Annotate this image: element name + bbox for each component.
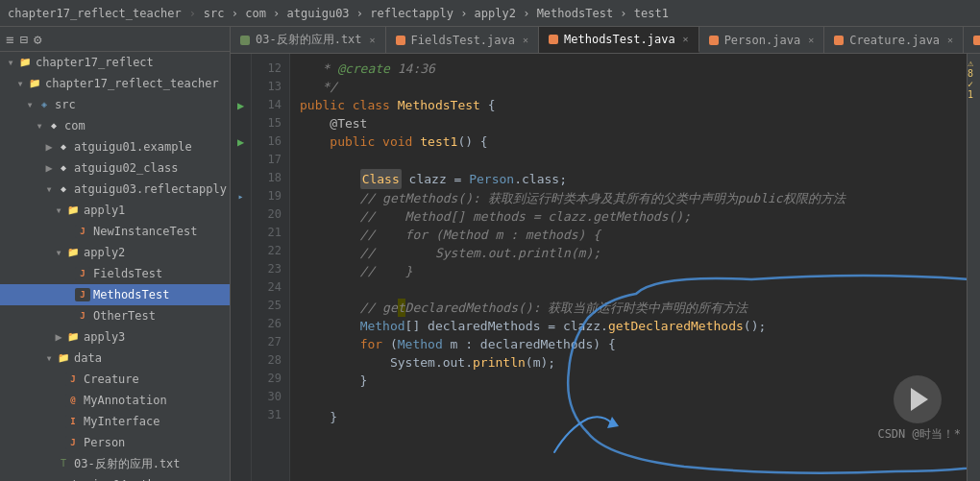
sidebar-item-creature[interactable]: J Creature <box>0 369 230 390</box>
java-icon: @ <box>65 394 81 407</box>
editor-content: ▶ ▶ ▸ 12 13 <box>231 54 980 481</box>
tab-fieldstest[interactable]: FieldsTest.java ✕ <box>386 27 539 53</box>
code-line-28: System.out.println(m); <box>300 353 957 372</box>
pkg-icon: ◆ <box>56 182 71 196</box>
folder-icon: 📁 <box>27 77 42 90</box>
code-area[interactable]: * @create 14:36 */ public class MethodsT… <box>290 54 967 481</box>
right-gutter: ⚠ 8 ✓ 1 <box>967 54 980 481</box>
code-line-13: */ <box>300 78 957 96</box>
sidebar-item-atguigu03[interactable]: ▾ ◆ atguigu03.reflectapply <box>0 179 230 200</box>
tab-methodstest[interactable]: MethodsTest.java ✕ <box>539 27 699 53</box>
code-line-16: public void test1() { <box>300 132 957 151</box>
sidebar-item-src[interactable]: ▾ ◈ src <box>0 94 230 115</box>
gutter-31 <box>231 406 251 424</box>
code-line-23: // } <box>300 262 957 280</box>
sidebar-item-apply2[interactable]: ▾ 📁 apply2 <box>0 242 230 263</box>
code-line-17 <box>300 151 957 169</box>
sidebar-item-newinstancetest[interactable]: J NewInstanceTest <box>0 221 230 242</box>
gutter-16-run[interactable]: ▶ <box>231 132 251 151</box>
java-icon: I <box>65 415 81 428</box>
close-icon[interactable]: ✕ <box>808 35 814 45</box>
sidebar-item-methodstest[interactable]: J MethodsTest <box>0 284 230 305</box>
code-line-26: Method[] declaredMethods = clazz.getDecl… <box>300 317 957 335</box>
sidebar-item-person[interactable]: J Person <box>0 432 230 453</box>
gutter-area: ▶ ▶ ▸ <box>231 54 252 481</box>
pkg-icon: ◆ <box>56 140 71 154</box>
gutter-17 <box>231 151 251 169</box>
sidebar-item-myinterface[interactable]: I MyInterface <box>0 411 230 432</box>
close-icon[interactable]: ✕ <box>370 35 376 45</box>
gutter-23 <box>231 260 251 278</box>
gutter-30 <box>231 388 251 406</box>
code-line-18: Class clazz = Person.class; <box>300 169 957 189</box>
gutter-24 <box>231 278 251 297</box>
java-icon: J <box>65 373 81 386</box>
gutter-27 <box>231 333 251 351</box>
code-line-15: @Test <box>300 114 957 132</box>
gutter-28 <box>231 351 251 370</box>
sidebar-item-atguigu04[interactable]: ▶ ◆ atguigu04.other <box>0 474 230 481</box>
code-line-25: // getDeclaredMethods(): 获取当前运行时类中声明的所有方… <box>300 299 957 317</box>
java-file-icon <box>396 36 405 45</box>
code-line-14: public class MethodsTest { <box>300 96 957 114</box>
java-file-icon <box>834 36 844 45</box>
sidebar-item-apply1[interactable]: ▾ 📁 apply1 <box>0 200 230 221</box>
java-file-icon <box>973 36 980 45</box>
sidebar-item-atguigu01[interactable]: ▶ ◆ atguigu01.example <box>0 136 230 157</box>
code-line-27: for (Method m : declaredMethods) { <box>300 335 957 353</box>
bookmark-icon: ▸ <box>237 191 243 202</box>
sidebar-item-txt[interactable]: T 03-反射的应用.txt <box>0 453 230 474</box>
editor-tabs: 03-反射的应用.txt ✕ FieldsTest.java ✕ Methods… <box>231 27 980 54</box>
sidebar-item-chapter17-reflect-teacher[interactable]: ▾ 📁 chapter17_reflect_teacher <box>0 73 230 94</box>
sidebar-item-atguigu02[interactable]: ▶ ◆ atguigu02_class <box>0 157 230 179</box>
code-line-12: * @create 14:36 <box>300 60 957 78</box>
play-triangle-icon <box>911 388 928 411</box>
sidebar-item-myannotation[interactable]: @ MyAnnotation <box>0 390 230 411</box>
expand-all-icon[interactable]: ≡ <box>6 32 13 47</box>
gutter-25 <box>231 297 251 315</box>
pkg-icon: ◆ <box>46 119 61 132</box>
sidebar-item-chapter17-reflect[interactable]: ▾ 📁 chapter17_reflect <box>0 52 230 73</box>
watermark: CSDN @时当！* <box>877 426 961 443</box>
play-button[interactable] <box>894 375 942 423</box>
tab-creature[interactable]: Creature.java ✕ <box>824 27 964 53</box>
java-icon: J <box>75 225 90 238</box>
code-line-30 <box>300 390 957 408</box>
folder-icon: 📁 <box>56 351 71 365</box>
code-line-19: // getMethods(): 获取到运行时类本身及其所有的父类中声明为pub… <box>300 189 957 207</box>
java-icon: J <box>75 288 90 301</box>
title-segments: src › com › atguigu03 › reflectapply › a… <box>204 7 669 20</box>
sidebar-item-data[interactable]: ▾ 📁 data <box>0 348 230 369</box>
txt-file-icon <box>240 36 250 45</box>
tab-txt[interactable]: 03-反射的应用.txt ✕ <box>231 27 386 53</box>
code-line-21: // for (Method m : methods) { <box>300 226 957 244</box>
run-icon[interactable]: ▶ <box>237 99 244 112</box>
gutter-14-run[interactable]: ▶ <box>231 96 251 114</box>
main-area: ≡ ⊟ ⚙ ▾ 📁 chapter17_reflect ▾ 📁 chapter1… <box>0 27 980 481</box>
tab-newinstancetest[interactable]: NewInstanceTest.java ✕ <box>964 27 980 53</box>
sidebar-toolbar: ≡ ⊟ ⚙ <box>0 27 230 52</box>
line-numbers: 12 13 14 15 16 17 18 19 20 21 22 23 24 2… <box>252 54 290 481</box>
run-icon[interactable]: ▶ <box>237 135 244 149</box>
gutter-22 <box>231 242 251 260</box>
settings-icon[interactable]: ⚙ <box>34 32 41 47</box>
sidebar-item-apply3[interactable]: ▶ 📁 apply3 <box>0 326 230 348</box>
code-line-29: } <box>300 372 957 390</box>
folder-icon: 📁 <box>17 56 33 69</box>
sidebar-item-fieldstest[interactable]: J FieldsTest <box>0 263 230 284</box>
tab-person[interactable]: Person.java ✕ <box>699 27 825 53</box>
close-icon[interactable]: ✕ <box>683 34 689 44</box>
txt-icon: T <box>56 457 71 470</box>
close-icon[interactable]: ✕ <box>947 35 953 45</box>
sidebar: ≡ ⊟ ⚙ ▾ 📁 chapter17_reflect ▾ 📁 chapter1… <box>0 27 231 481</box>
sidebar-item-othertest[interactable]: J OtherTest <box>0 305 230 326</box>
close-icon[interactable]: ✕ <box>523 35 528 45</box>
gutter-13 <box>231 78 251 96</box>
java-icon: J <box>75 309 90 323</box>
gutter-21 <box>231 224 251 242</box>
collapse-icon[interactable]: ⊟ <box>19 32 27 47</box>
src-icon: ◈ <box>37 98 52 111</box>
folder-icon: 📁 <box>65 246 81 259</box>
sidebar-item-com[interactable]: ▾ ◆ com <box>0 115 230 136</box>
code-line-24 <box>300 280 957 299</box>
